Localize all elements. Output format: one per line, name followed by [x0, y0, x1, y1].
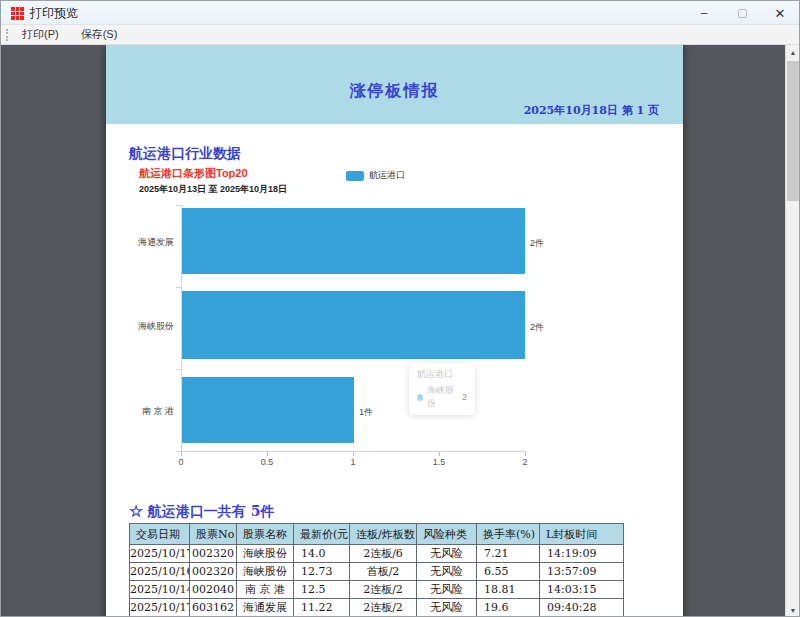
col-turnover: 换手率(%) [477, 524, 540, 545]
chart-subtitle: 2025年10月13日 至 2025年10月18日 [139, 183, 287, 196]
bar-haixiagufen [182, 291, 525, 359]
tooltip-row: 海峡股份 2 [417, 384, 467, 410]
cell-trade-date: 2025/10/14 [130, 581, 190, 599]
bar-value-label: 2件 [530, 237, 544, 250]
cell-board-count: 2连板/2 [350, 599, 417, 617]
x-axis-tick [439, 452, 440, 456]
chart-title: 航运港口条形图Top20 [139, 166, 248, 181]
window-title: 打印预览 [30, 1, 78, 25]
cell-risk-type: 无风险 [417, 545, 477, 563]
cell-turnover: 18.81 [477, 581, 540, 599]
col-stock-no: 股票No [190, 524, 237, 545]
x-axis-tick [353, 452, 354, 456]
tooltip-series-dot-icon [417, 394, 423, 401]
stocks-table: 交易日期 股票No 股票名称 最新价(元) 连板/炸板数 风险种类 换手率(%)… [129, 523, 624, 617]
minimize-button[interactable]: – [685, 1, 723, 25]
cell-latest-price: 12.73 [294, 563, 350, 581]
cell-seal-time: 09:40:28 [540, 599, 624, 617]
cell-trade-date: 2025/10/16 [130, 563, 190, 581]
y-axis-tick [176, 369, 181, 370]
bar-value-label: 1件 [359, 406, 373, 419]
cell-seal-time: 14:19:09 [540, 545, 624, 563]
app-grid-icon [11, 7, 24, 20]
window-controls: – ✕ [685, 1, 799, 25]
report-date-page: 2025年10月18日 第 1 页 [524, 103, 659, 118]
preview-area: 涨停板情报 2025年10月18日 第 1 页 航运港口行业数据 航运港口条形图… [1, 45, 799, 617]
table-row: 2025/10/17 002320 海峡股份 14.0 2连板/6 无风险 7.… [130, 545, 624, 563]
vertical-scrollbar[interactable]: ▲ ▼ [785, 45, 799, 617]
cell-trade-date: 2025/10/17 [130, 599, 190, 617]
col-seal-time: L封板时间 [540, 524, 624, 545]
cell-stock-no: 002040 [190, 581, 237, 599]
cell-stock-name: 海峡股份 [237, 545, 294, 563]
scroll-up-button[interactable]: ▲ [786, 45, 799, 60]
cell-stock-no: 002320 [190, 563, 237, 581]
cell-turnover: 7.21 [477, 545, 540, 563]
cell-trade-date: 2025/10/17 [130, 545, 190, 563]
chart-tooltip: 航运港口 海峡股份 2 [409, 363, 475, 415]
col-latest-price: 最新价(元) [294, 524, 350, 545]
cell-board-count: 2连板/2 [350, 581, 417, 599]
bar-value-label: 2件 [530, 321, 544, 334]
x-tick-label: 0 [178, 457, 183, 467]
report-page: 涨停板情报 2025年10月18日 第 1 页 航运港口行业数据 航运港口条形图… [106, 45, 683, 617]
col-risk-type: 风险种类 [417, 524, 477, 545]
print-preview-window: 打印预览 – ✕ 打印(P) 保存(S) 涨停板情报 2025年10月18日 第… [0, 0, 800, 617]
cell-seal-time: 13:57:09 [540, 563, 624, 581]
x-tick-label: 0.5 [261, 457, 274, 467]
bar-haitongfazhan [182, 208, 525, 274]
y-axis-tick [176, 287, 181, 288]
cell-stock-name: 海峡股份 [237, 563, 294, 581]
tooltip-value: 2 [462, 392, 467, 402]
close-icon: ✕ [775, 6, 786, 21]
title-bar: 打印预览 – ✕ [1, 1, 799, 25]
category-label: 南 京 港 [114, 405, 174, 418]
table-header-row: 交易日期 股票No 股票名称 最新价(元) 连板/炸板数 风险种类 换手率(%)… [130, 524, 624, 545]
scroll-down-icon: ▼ [790, 607, 797, 614]
legend-label: 航运港口 [369, 169, 405, 182]
cell-risk-type: 无风险 [417, 599, 477, 617]
cell-latest-price: 12.5 [294, 581, 350, 599]
cell-stock-name: 南 京 港 [237, 581, 294, 599]
print-button[interactable]: 打印(P) [14, 25, 67, 44]
table-row: 2025/10/16 002320 海峡股份 12.73 首板/2 无风险 6.… [130, 563, 624, 581]
legend-swatch-icon [346, 171, 364, 181]
toolbar-grip-icon [6, 29, 8, 41]
cell-stock-no: 603162 [190, 599, 237, 617]
toolbar: 打印(P) 保存(S) [1, 25, 799, 45]
category-label: 海峡股份 [114, 320, 174, 333]
close-button[interactable]: ✕ [761, 1, 799, 25]
scrollbar-thumb[interactable] [787, 61, 799, 201]
x-axis-tick [525, 452, 526, 456]
cell-stock-name: 海通发展 [237, 599, 294, 617]
category-label: 海通发展 [114, 236, 174, 249]
y-axis-tick [176, 205, 181, 206]
report-header-band: 涨停板情报 2025年10月18日 第 1 页 [106, 45, 683, 124]
cell-risk-type: 无风险 [417, 563, 477, 581]
maximize-button[interactable] [723, 1, 761, 25]
cell-latest-price: 11.22 [294, 599, 350, 617]
x-tick-label: 2 [522, 457, 527, 467]
col-stock-name: 股票名称 [237, 524, 294, 545]
table-row: 2025/10/14 002040 南 京 港 12.5 2连板/2 无风险 1… [130, 581, 624, 599]
minimize-icon: – [701, 6, 708, 20]
x-axis-tick [181, 452, 182, 456]
cell-turnover: 19.6 [477, 599, 540, 617]
cell-risk-type: 无风险 [417, 581, 477, 599]
chart-legend: 航运港口 [346, 169, 405, 182]
table-title: ☆ 航运港口一共有 5件 [129, 503, 275, 521]
scroll-down-button[interactable]: ▼ [786, 603, 799, 617]
table-row: 2025/10/17 603162 海通发展 11.22 2连板/2 无风险 1… [130, 599, 624, 617]
col-trade-date: 交易日期 [130, 524, 190, 545]
cell-board-count: 首板/2 [350, 563, 417, 581]
x-tick-label: 1.5 [433, 457, 446, 467]
cell-stock-no: 002320 [190, 545, 237, 563]
x-tick-label: 1 [350, 457, 355, 467]
cell-seal-time: 14:03:15 [540, 581, 624, 599]
save-button[interactable]: 保存(S) [73, 25, 126, 44]
bar-nanjinggang [182, 377, 354, 443]
cell-latest-price: 14.0 [294, 545, 350, 563]
report-title: 涨停板情报 [106, 81, 683, 102]
x-axis-tick [267, 452, 268, 456]
tooltip-title: 航运港口 [417, 368, 467, 381]
